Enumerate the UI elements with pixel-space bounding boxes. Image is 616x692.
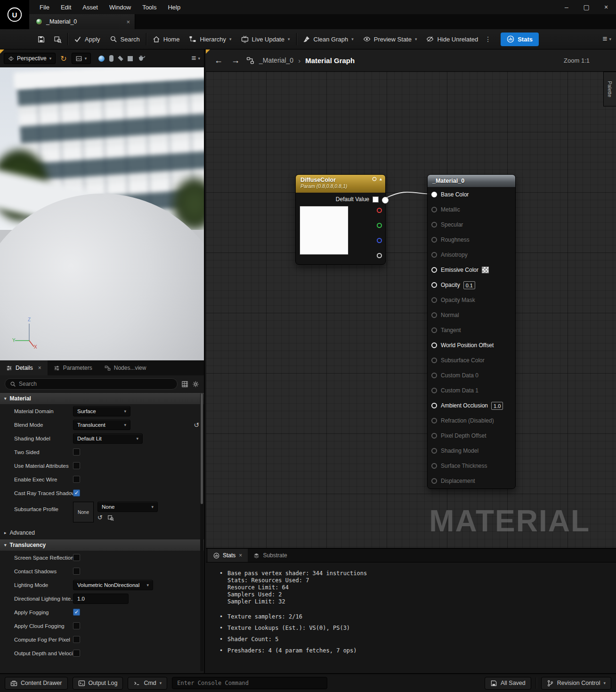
node-header[interactable]: DiffuseColor Param (0.8,0.8,0.8,1) ▴ — [296, 175, 385, 193]
pin-roughness[interactable] — [431, 237, 437, 243]
pin-normal[interactable] — [431, 312, 437, 318]
search-input[interactable] — [19, 381, 172, 387]
hide-unrelated-button[interactable]: Hide Unrelated — [421, 29, 483, 49]
close-button[interactable]: × — [596, 0, 616, 14]
reset-to-default-icon[interactable]: ↺ — [194, 421, 199, 429]
ambient-occlusion-value[interactable]: 1.0 — [491, 402, 503, 410]
details-search-box[interactable] — [5, 378, 178, 390]
menu-asset[interactable]: Asset — [77, 0, 104, 14]
minimize-button[interactable]: – — [557, 0, 576, 14]
preview-mesh-cube-button[interactable] — [128, 56, 133, 61]
compute-fog-per-pixel-checkbox[interactable] — [73, 636, 80, 643]
forward-arrow-icon[interactable]: → — [229, 56, 242, 65]
input-row[interactable]: Displacement — [428, 473, 515, 488]
subsurface-profile-thumbnail[interactable]: None — [73, 502, 94, 522]
tab-details[interactable]: Details × — [0, 360, 48, 375]
gear-icon[interactable] — [192, 381, 199, 388]
cast-ray-traced-shadows-checkbox[interactable]: ✓ — [73, 489, 80, 497]
pin-metallic[interactable] — [431, 207, 437, 212]
pin-displacement[interactable] — [431, 478, 437, 484]
section-advanced[interactable]: ▸ Advanced — [0, 526, 204, 539]
directional-lighting-intensity-field[interactable] — [73, 594, 129, 604]
pin-emissive-color[interactable] — [431, 267, 437, 273]
content-drawer-button[interactable]: Content Drawer — [5, 677, 68, 690]
apply-button[interactable]: Apply — [69, 29, 105, 49]
preview-mesh-plane-button[interactable] — [118, 56, 123, 61]
input-row[interactable]: Tangent — [428, 323, 515, 338]
input-row[interactable]: Ambient Occlusion1.0 — [428, 398, 515, 413]
grid-view-icon[interactable] — [181, 381, 188, 388]
input-row[interactable]: Opacity0.1 — [428, 277, 515, 293]
apply-cloud-fogging-checkbox[interactable] — [73, 622, 80, 629]
subsurface-profile-select[interactable]: None▾ — [97, 502, 158, 512]
menu-tools[interactable]: Tools — [137, 0, 162, 14]
preview-mesh-teapot-button[interactable] — [138, 55, 146, 62]
cmd-dropdown-button[interactable]: Cmd ▾ — [128, 677, 167, 690]
pin-ambient-occlusion[interactable] — [431, 403, 437, 408]
preview-toggle-icon[interactable] — [372, 177, 377, 181]
menu-edit[interactable]: Edit — [55, 0, 77, 14]
search-button[interactable]: Search — [105, 29, 145, 49]
browse-to-asset-button[interactable] — [49, 29, 66, 49]
preview-mesh-cylinder-button[interactable] — [109, 55, 113, 62]
pin-anisotropy[interactable] — [431, 252, 437, 258]
revision-control-button[interactable]: Revision Control ▾ — [541, 677, 611, 690]
lighting-mode-select[interactable]: Volumetric NonDirectional▾ — [73, 580, 153, 590]
input-row[interactable]: Pixel Depth Offset — [428, 428, 515, 443]
pin-output-a[interactable] — [377, 253, 382, 258]
input-row[interactable]: Custom Data 1 — [428, 383, 515, 398]
collapse-chevron-icon[interactable]: ▴ — [380, 176, 382, 181]
scrollbar-thumb[interactable] — [201, 393, 203, 504]
material-domain-select[interactable]: Surface▾ — [73, 406, 130, 416]
view-mode-dropdown[interactable]: ▾ — [72, 53, 91, 64]
tab-substrate[interactable]: Substrate — [248, 549, 292, 562]
preview-mesh-sphere-button[interactable] — [98, 56, 105, 62]
console-input[interactable] — [177, 680, 322, 686]
pin-subsurface-color[interactable] — [431, 358, 437, 363]
tab-material-0[interactable]: _Material_0 × — [29, 14, 135, 29]
pin-specular[interactable] — [431, 222, 437, 228]
emissive-color-swatch[interactable] — [482, 267, 489, 273]
transform-gizmo-icon[interactable]: ↻ — [58, 54, 68, 63]
input-row[interactable]: Normal — [428, 308, 515, 323]
tab-nodes-view[interactable]: Nodes...view — [98, 360, 153, 375]
node-diffusecolor[interactable]: DiffuseColor Param (0.8,0.8,0.8,1) ▴ Def… — [295, 174, 386, 265]
use-selected-asset-icon[interactable]: ↺ — [97, 514, 103, 521]
output-log-button[interactable]: Output Log — [73, 677, 123, 690]
close-icon[interactable]: × — [239, 552, 242, 559]
pin-custom-data-0[interactable] — [431, 373, 437, 378]
node-header[interactable]: _Material_0 — [428, 175, 515, 187]
output-depth-velocity-checkbox[interactable] — [73, 650, 80, 657]
input-row[interactable]: Specular — [428, 217, 515, 232]
pin-output-b[interactable] — [377, 238, 382, 243]
input-row[interactable]: Anisotropy — [428, 247, 515, 262]
pin-custom-data-1[interactable] — [431, 388, 437, 393]
stats-toggle-button[interactable]: Stats — [501, 33, 539, 46]
menu-window[interactable]: Window — [104, 0, 137, 14]
pin-output-rgb[interactable] — [382, 197, 389, 204]
default-value-color-swatch[interactable] — [373, 196, 379, 203]
toolbar-menu-icon[interactable]: ≡ — [603, 34, 608, 44]
input-row[interactable]: Roughness — [428, 232, 515, 247]
home-button[interactable]: Home — [148, 29, 185, 49]
clean-graph-button[interactable]: Clean Graph ▾ — [298, 29, 358, 49]
pin-output-g[interactable] — [377, 223, 382, 228]
live-update-button[interactable]: Live Update ▾ — [236, 29, 295, 49]
palette-tab[interactable]: Palette — [603, 72, 616, 106]
pin-pixel-depth-offset[interactable] — [431, 433, 437, 439]
blend-mode-select[interactable]: Translucent▾ — [73, 420, 130, 430]
apply-fogging-checkbox[interactable]: ✓ — [73, 609, 80, 616]
breadcrumb-material-graph[interactable]: Material Graph — [305, 57, 355, 65]
all-saved-button[interactable]: All Saved — [485, 677, 531, 690]
input-row[interactable]: Base Color — [428, 187, 515, 202]
pin-opacity[interactable] — [431, 282, 437, 288]
hierarchy-button[interactable]: Hierarchy ▾ — [184, 29, 236, 49]
pin-tangent[interactable] — [431, 327, 437, 333]
input-row[interactable]: World Position Offset — [428, 338, 515, 353]
contact-shadows-checkbox[interactable] — [73, 568, 80, 575]
breadcrumb-material[interactable]: _Material_0 — [259, 57, 293, 64]
pin-world-position-offset[interactable] — [431, 342, 437, 348]
more-options-icon[interactable]: ⋮ — [483, 35, 493, 43]
use-material-attributes-checkbox[interactable] — [73, 462, 80, 469]
browse-asset-icon[interactable] — [107, 514, 114, 521]
